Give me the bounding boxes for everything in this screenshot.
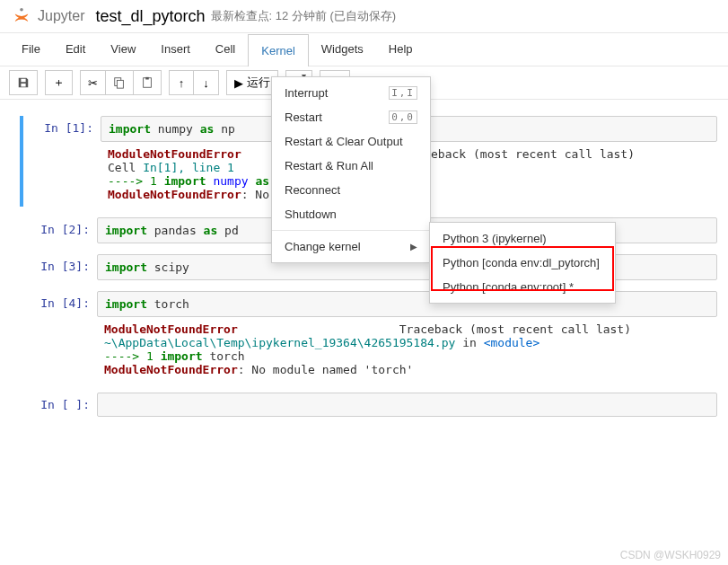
input-prompt: In [3]: bbox=[11, 254, 97, 280]
input-prompt: In [4]: bbox=[11, 291, 97, 317]
kernel-option[interactable]: Python 3 (ipykernel) bbox=[430, 226, 615, 251]
menu-widgets[interactable]: Widgets bbox=[309, 33, 376, 66]
chevron-right-icon: ▶ bbox=[410, 242, 417, 252]
output-prompt bbox=[11, 317, 97, 382]
play-icon: ▶ bbox=[234, 76, 243, 90]
change-kernel-item[interactable]: Change kernel▶ bbox=[272, 234, 430, 259]
menubar: FileEditViewInsertCellKernelWidgetsHelp bbox=[0, 33, 728, 66]
menu-kernel[interactable]: Kernel bbox=[248, 34, 309, 66]
code-cell[interactable]: In [4]:import torchModuleNotFoundError T… bbox=[11, 291, 717, 382]
kernel-menu-item[interactable]: Shutdown bbox=[272, 202, 430, 226]
kernel-menu-item[interactable]: Restart & Clear Output bbox=[272, 129, 430, 154]
input-prompt: In [2]: bbox=[11, 217, 97, 243]
save-icon bbox=[17, 76, 30, 89]
copy-icon bbox=[113, 76, 126, 89]
cut-icon: ✂ bbox=[88, 76, 98, 90]
jupyter-icon bbox=[11, 5, 32, 27]
menu-help[interactable]: Help bbox=[376, 33, 425, 66]
svg-point-0 bbox=[20, 8, 23, 12]
code-cell[interactable]: In [ ]: bbox=[11, 393, 717, 417]
header: Jupyter test_dl_pytorch 最新检查点: 12 分钟前 (已… bbox=[0, 0, 728, 33]
logo-text: Jupyter bbox=[38, 8, 84, 24]
output-prompt bbox=[14, 142, 101, 207]
arrow-down-icon: ↓ bbox=[203, 76, 209, 90]
copy-button[interactable] bbox=[106, 70, 134, 95]
notebook-title[interactable]: test_dl_pytorch bbox=[95, 7, 205, 26]
menu-edit[interactable]: Edit bbox=[53, 33, 98, 66]
menu-separator bbox=[272, 230, 430, 231]
kernel-menu-item[interactable]: Restart & Run All bbox=[272, 154, 430, 178]
kernel-option[interactable]: Python [conda env:dl_pytorch] bbox=[430, 251, 615, 275]
run-label: 运行 bbox=[247, 75, 270, 91]
menu-cell[interactable]: Cell bbox=[203, 33, 248, 66]
kernel-menu-item[interactable]: Restart0,0 bbox=[272, 105, 430, 129]
add-cell-button[interactable]: ＋ bbox=[45, 70, 73, 95]
kernel-menu-item[interactable]: InterruptI,I bbox=[272, 81, 430, 105]
watermark: CSDN @WSKH0929 bbox=[620, 549, 721, 561]
move-down-button[interactable]: ↓ bbox=[194, 70, 219, 95]
menu-view[interactable]: View bbox=[98, 33, 148, 66]
save-button[interactable] bbox=[9, 70, 38, 95]
output-area: ModuleNotFoundError Traceback (most rece… bbox=[97, 317, 717, 382]
plus-icon: ＋ bbox=[53, 75, 65, 91]
move-up-button[interactable]: ↑ bbox=[169, 70, 194, 95]
svg-rect-2 bbox=[117, 80, 123, 88]
menu-insert[interactable]: Insert bbox=[148, 33, 203, 66]
kernel-dropdown: InterruptI,IRestart0,0Restart & Clear Ou… bbox=[271, 76, 431, 263]
jupyter-logo[interactable]: Jupyter bbox=[11, 5, 84, 27]
change-kernel-submenu: Python 3 (ipykernel)Python [conda env:dl… bbox=[429, 222, 616, 304]
arrow-up-icon: ↑ bbox=[179, 76, 185, 90]
menu-file[interactable]: File bbox=[9, 33, 53, 66]
code-input[interactable] bbox=[97, 393, 717, 417]
paste-icon bbox=[141, 76, 153, 89]
svg-rect-4 bbox=[145, 77, 149, 80]
cut-button[interactable]: ✂ bbox=[80, 70, 106, 95]
code-input[interactable]: import torch bbox=[97, 291, 717, 317]
input-prompt: In [1]: bbox=[14, 116, 101, 142]
input-prompt: In [ ]: bbox=[11, 393, 97, 417]
kernel-menu-item[interactable]: Reconnect bbox=[272, 178, 430, 202]
paste-button[interactable] bbox=[134, 70, 162, 95]
checkpoint-status: 最新检查点: 12 分钟前 (已自动保存) bbox=[211, 8, 397, 24]
kernel-option[interactable]: Python [conda env:root] * bbox=[430, 275, 615, 299]
